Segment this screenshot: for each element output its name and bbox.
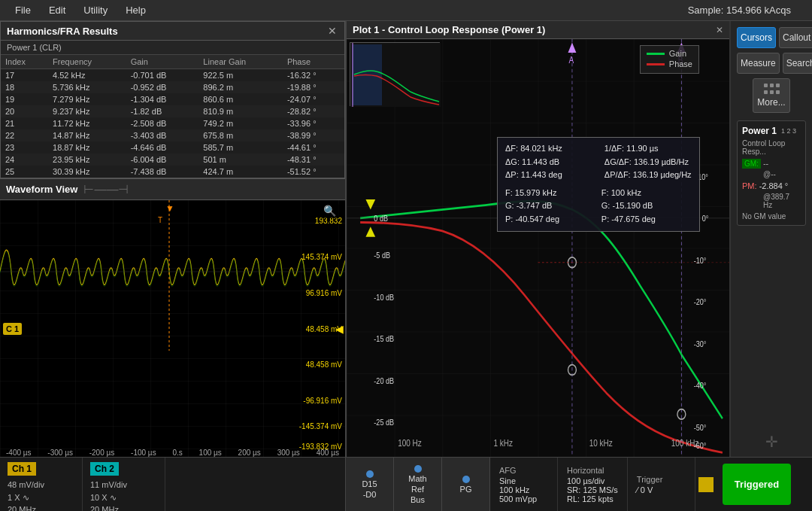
gm-sub: @--	[763, 170, 801, 178]
mini-preview	[350, 42, 440, 106]
pg-button[interactable]: PG	[442, 458, 490, 511]
afg-block: AFG Sine 100 kHz 500 mVpp	[490, 458, 558, 511]
menu-utility[interactable]: Utility	[74, 2, 117, 19]
ch1-x: 1 X ∿	[8, 491, 74, 504]
svg-text:-15 dB: -15 dB	[374, 334, 394, 343]
wv-x1: -400 µs	[6, 449, 32, 457]
wv-y6: -96.916 mV	[303, 396, 342, 404]
afg-freq: 100 kHz	[499, 485, 548, 494]
svg-text:10°: 10°	[698, 172, 708, 181]
afg-wave: Sine	[499, 476, 548, 485]
horizontal-div: 100 µs/div	[567, 476, 618, 485]
waveform-zoom[interactable]: 🔍	[320, 203, 339, 218]
trigger-title: Trigger	[637, 475, 686, 484]
svg-text:-30°: -30°	[694, 339, 707, 348]
d15-button[interactable]: D15 -D0	[346, 458, 394, 511]
main-layout: Harmonics/FRA Results ✕ Power 1 (CLR) In…	[0, 21, 812, 511]
table-row: 2530.39 kHz-7.438 dB424.7 m-51.52 °	[1, 166, 344, 178]
wv-x9: 400 µs	[317, 449, 339, 457]
col-linear-gain: Linear Gain	[198, 55, 283, 69]
wv-x6: 100 µs	[199, 449, 222, 457]
pg-label: PG	[460, 485, 472, 494]
gm-row: GM: --	[742, 159, 801, 168]
power-subtitle: Control Loop Resp...	[742, 139, 801, 156]
harmonics-tbody: 174.52 kHz-0.701 dB922.5 m-16.32 °185.73…	[1, 69, 344, 178]
cursors-callout-row: Cursors Callout	[737, 27, 806, 48]
menu-edit[interactable]: Edit	[40, 2, 74, 19]
pm-value: -2.884 °	[759, 181, 789, 190]
search-button[interactable]: Search	[783, 53, 812, 74]
gm-value: --	[763, 159, 768, 168]
table-row: 2214.87 kHz-3.403 dB675.8 m-38.99 °	[1, 129, 344, 141]
trigger-value: ∕ 0 V	[637, 485, 686, 494]
col-frequency: Frequency	[48, 55, 126, 69]
callout-button[interactable]: Callout	[779, 27, 812, 48]
svg-text:▼: ▼	[165, 203, 174, 214]
more-label: More...	[757, 97, 785, 108]
gm-label: GM:	[742, 159, 761, 169]
math-ref-bus-button[interactable]: Math Ref Bus	[394, 458, 442, 511]
legend-gain-label: Gain	[669, 49, 686, 58]
sample-label: Sample: 154.966 kAcqs	[688, 5, 806, 16]
ch1-bw: 20 MHz	[8, 503, 74, 511]
more-button[interactable]: More...	[753, 78, 790, 113]
afg-amp: 500 mVpp	[499, 494, 548, 503]
svg-text:100 Hz: 100 Hz	[398, 438, 422, 448]
harmonics-panel: Harmonics/FRA Results ✕ Power 1 (CLR) In…	[0, 21, 345, 178]
ch1-badge[interactable]: Ch 1	[8, 462, 36, 476]
horizontal-title: Horizontal	[567, 466, 618, 475]
d15-label: D15	[362, 479, 377, 488]
bus-label: Bus	[411, 495, 425, 504]
menu-file[interactable]: File	[6, 2, 40, 19]
ch2-block: Ch 2 11 mV/div 10 X ∿ 20 MHz	[83, 458, 165, 511]
col-phase: Phase	[283, 55, 344, 69]
table-row: 2318.87 kHz-4.646 dB585.7 m-44.61 °	[1, 141, 344, 154]
ch2-badge[interactable]: Ch 2	[90, 462, 119, 476]
trigger-color-indicator	[698, 477, 714, 492]
cursor-position-icon[interactable]: ✛	[765, 433, 778, 451]
wv-x8: 300 µs	[277, 449, 300, 457]
svg-text:-20°: -20°	[694, 297, 707, 306]
ref-label: Ref	[411, 485, 424, 494]
svg-rect-0	[0, 200, 345, 457]
ch2-bw: 20 MHz	[90, 503, 157, 511]
harmonics-table: Index Frequency Gain Linear Gain Phase 1…	[1, 55, 344, 178]
svg-text:100 kHz: 100 kHz	[671, 438, 699, 448]
plot-area: Plot 1 - Control Loop Response (Power 1)…	[346, 21, 729, 457]
mrb-indicator	[414, 465, 422, 473]
gain-line-icon	[647, 53, 665, 55]
table-row: 209.237 kHz-1.82 dB810.9 m-28.82 °	[1, 105, 344, 117]
math-label: Math	[408, 474, 426, 483]
menu-help[interactable]: Help	[117, 2, 155, 19]
phase-line-icon	[647, 63, 665, 65]
waveform-canvas[interactable]: ▼ T 193.832 145.374 mV 96.916 mV 48.458 …	[0, 200, 345, 457]
table-row: 2111.72 kHz-2.508 dB749.2 m-33.96 °	[1, 117, 344, 129]
wv-arrow: ◀	[335, 323, 344, 335]
no-gm-text: No GM value	[742, 212, 801, 221]
svg-rect-40	[352, 43, 353, 107]
bottom-controls: D15 -D0 Math Ref Bus PG AFG Sine 100 kHz	[346, 457, 812, 511]
pm-row: PM: -2.884 °	[742, 181, 801, 190]
controls-sidebar: Cursors Callout Measure Search	[729, 21, 812, 457]
triggered-button[interactable]: Triggered	[723, 464, 791, 505]
waveform-section: Waveform View ⊢——⊣	[0, 178, 345, 511]
table-row: 2423.95 kHz-6.004 dB501 m-48.31 °	[1, 154, 344, 166]
harmonics-header: Harmonics/FRA Results ✕	[1, 22, 344, 41]
afg-title: AFG	[499, 466, 548, 475]
legend-gain: Gain	[647, 49, 692, 58]
ch2-x: 10 X ∿	[90, 491, 157, 504]
pm-sub: @389.7 Hz	[763, 193, 801, 209]
d15-sub: -D0	[363, 490, 377, 499]
wv-x4: -100 µs	[131, 449, 156, 457]
svg-text:-50°: -50°	[694, 423, 707, 432]
plot-close-button[interactable]: ✕	[716, 25, 723, 35]
trigger-block: Trigger ∕ 0 V	[628, 458, 695, 511]
horizontal-sr: SR: 125 MS/s	[567, 485, 618, 494]
measure-button[interactable]: Measure	[737, 53, 780, 74]
harmonics-close-button[interactable]: ✕	[326, 25, 338, 37]
waveform-title: Waveform View	[6, 184, 77, 195]
wv-y2: 145.374 mV	[301, 253, 342, 261]
ch1-block: Ch 1 48 mV/div 1 X ∿ 20 MHz	[0, 458, 83, 511]
pm-label: PM:	[742, 181, 757, 190]
cursors-button[interactable]: Cursors	[737, 27, 776, 48]
